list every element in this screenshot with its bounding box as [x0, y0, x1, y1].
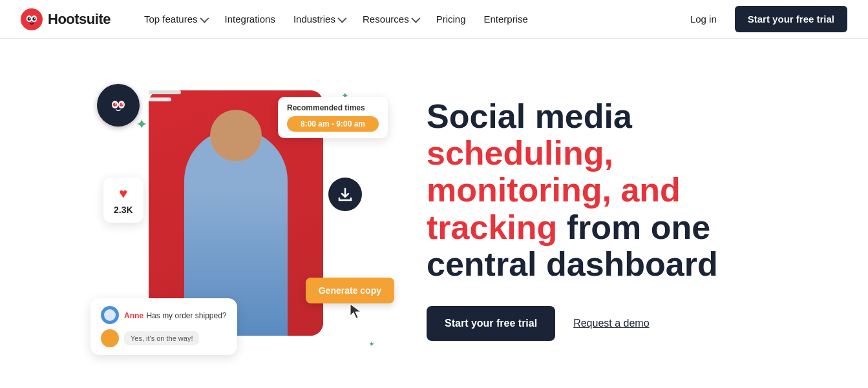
chat-reply-bubble: Yes, it's on the way! [124, 331, 199, 345]
owl-avatar [97, 84, 140, 127]
like-badge: ♥ 2.3K [103, 178, 143, 223]
svg-point-12 [115, 103, 116, 105]
generate-copy-button[interactable]: Generate copy [306, 278, 394, 303]
chat-question: Has my order shipped? [146, 311, 226, 320]
sparkle-icon: ✦ [136, 116, 147, 133]
chat-reply-avatar [101, 329, 119, 347]
cursor-icon [349, 303, 363, 323]
heart-icon: ♥ [119, 185, 127, 202]
svg-point-4 [32, 17, 36, 20]
svg-point-5 [29, 17, 30, 19]
hero-cta: Start your free trial Request a demo [427, 306, 801, 341]
inbox-icon [328, 178, 362, 211]
hero-illustration: ✦ ✦ ✦ ✦ [90, 77, 388, 362]
brand-logo[interactable]: Hootsuite [21, 8, 111, 30]
nav-item-pricing[interactable]: Pricing [429, 8, 474, 30]
nav-links: Top features Integrations Industries Res… [136, 8, 683, 30]
chat-sender-name: Anne [124, 311, 143, 320]
nav-item-top-features[interactable]: Top features [136, 8, 215, 30]
svg-point-11 [120, 103, 123, 107]
hero-section: ✦ ✦ ✦ ✦ [0, 39, 868, 388]
woman-head [210, 110, 262, 161]
nav-item-integrations[interactable]: Integrations [217, 8, 283, 30]
nav-item-industries[interactable]: Industries [286, 8, 352, 30]
nav-trial-button[interactable]: Start your free trial [735, 6, 847, 32]
hero-title-part1: Social media [427, 97, 632, 135]
chevron-down-icon [200, 14, 209, 23]
nav-item-resources[interactable]: Resources [355, 8, 426, 30]
recommended-time-value: 8:00 am - 9:00 am [287, 116, 379, 132]
svg-point-10 [113, 103, 117, 107]
chevron-down-icon [411, 14, 420, 23]
nav-right: Log in Start your free trial [683, 6, 847, 32]
chat-card: Anne Has my order shipped? Yes, it's on … [90, 298, 237, 355]
hero-trial-button[interactable]: Start your free trial [427, 306, 555, 341]
chat-message: Anne Has my order shipped? [101, 306, 227, 324]
like-count: 2.3K [114, 205, 133, 215]
chat-reply: Yes, it's on the way! [101, 329, 227, 347]
chat-sender-avatar [101, 306, 119, 324]
chevron-down-icon [337, 14, 346, 23]
recommended-times-card: Recommended times 8:00 am - 9:00 am [278, 97, 388, 138]
brand-name: Hootsuite [48, 11, 111, 28]
login-button[interactable]: Log in [683, 8, 725, 30]
nav-item-enterprise[interactable]: Enterprise [476, 8, 536, 30]
navbar: Hootsuite Top features Integrations Indu… [0, 0, 868, 39]
svg-point-6 [34, 17, 36, 19]
hero-demo-button[interactable]: Request a demo [573, 318, 649, 329]
svg-point-7 [105, 92, 131, 118]
hero-content: Social media scheduling, monitoring, and… [427, 98, 801, 341]
hero-title: Social media scheduling, monitoring, and… [427, 98, 801, 283]
svg-point-3 [28, 17, 31, 20]
svg-point-13 [122, 103, 123, 105]
recommended-times-label: Recommended times [287, 103, 379, 112]
sparkle-icon: ✦ [368, 340, 375, 349]
